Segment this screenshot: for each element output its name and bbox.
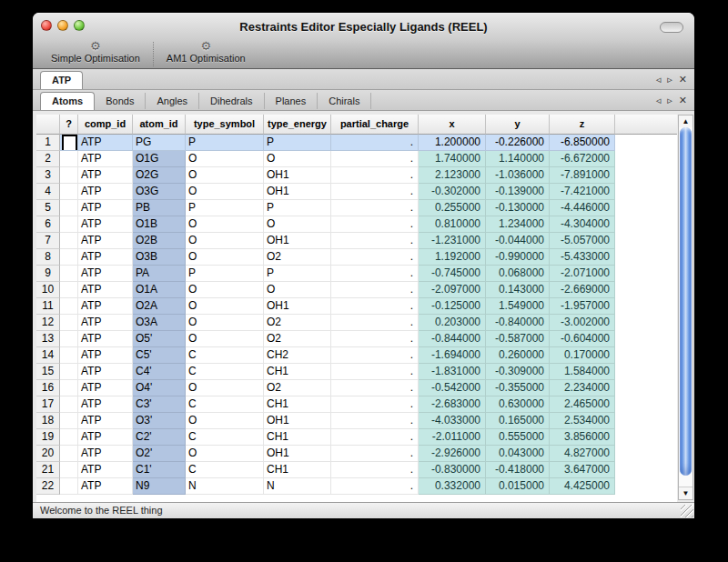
cell-y[interactable]: -0.587000 (486, 331, 550, 347)
cell-q[interactable] (60, 233, 78, 249)
cell-q[interactable] (60, 249, 78, 266)
cell-x[interactable]: -2.683000 (419, 396, 486, 413)
cell-typeqsymbol[interactable]: O (186, 216, 264, 233)
cell-q[interactable] (60, 315, 78, 331)
row-number[interactable]: 22 (36, 478, 60, 495)
tab-angles[interactable]: Angles (146, 93, 199, 109)
scroll-down-icon[interactable]: ▼ (679, 487, 693, 499)
cell-partialqcharge[interactable]: . (331, 216, 419, 233)
cell-x[interactable]: -1.231000 (419, 233, 486, 249)
scrollbar-thumb[interactable] (680, 127, 692, 476)
cell-q[interactable] (60, 429, 78, 446)
cell-atomqid[interactable]: O3G (133, 184, 186, 200)
cell-partialqcharge[interactable]: . (331, 380, 419, 396)
cell-partialqcharge[interactable]: . (331, 184, 419, 200)
column-header-q[interactable]: ? (60, 115, 78, 135)
cell-typeqenergy[interactable]: O (264, 151, 331, 167)
cell-q[interactable] (60, 266, 78, 282)
toolbar-button-simple-optimisation[interactable]: ⚙ Simple Optimisation (40, 40, 151, 68)
cell-z[interactable]: -1.957000 (550, 298, 615, 315)
cell-typeqenergy[interactable]: OH1 (264, 167, 331, 184)
cell-y[interactable]: 0.555000 (486, 429, 550, 446)
cell-z[interactable]: -7.421000 (550, 184, 615, 200)
cell-partialqcharge[interactable]: . (331, 266, 419, 282)
cell-typeqenergy[interactable]: OH1 (264, 298, 331, 315)
cell-x[interactable]: -4.033000 (419, 413, 486, 429)
cell-y[interactable]: -0.044000 (486, 233, 550, 249)
focused-cell-editor[interactable] (62, 135, 77, 151)
cell-typeqsymbol[interactable]: O (186, 380, 264, 396)
cell-atomqid[interactable]: N9 (133, 478, 186, 495)
cell-typeqsymbol[interactable]: O (186, 151, 264, 167)
cell-compqid[interactable]: ATP (78, 380, 133, 396)
cell-compqid[interactable]: ATP (78, 478, 133, 495)
cell-y[interactable]: -0.309000 (486, 364, 550, 380)
row-number[interactable]: 9 (36, 266, 60, 282)
column-header-x[interactable]: x (419, 115, 486, 135)
tab-atp[interactable]: ATP (40, 71, 83, 89)
cell-x[interactable]: -0.745000 (419, 266, 486, 282)
prev-tab-icon[interactable]: ◃ (656, 95, 662, 106)
cell-compqid[interactable]: ATP (78, 266, 133, 282)
cell-atomqid[interactable]: O1G (133, 151, 186, 167)
cell-z[interactable]: -3.002000 (550, 315, 615, 331)
cell-partialqcharge[interactable]: . (331, 396, 419, 413)
resize-grip-icon[interactable] (681, 505, 693, 517)
tab-planes[interactable]: Planes (265, 93, 318, 109)
cell-typeqsymbol[interactable]: C (186, 347, 264, 364)
cell-y[interactable]: 0.143000 (486, 282, 550, 298)
cell-q[interactable] (60, 184, 78, 200)
cell-typeqenergy[interactable]: CH1 (264, 364, 331, 380)
cell-typeqsymbol[interactable]: O (186, 282, 264, 298)
cell-atomqid[interactable]: C2' (133, 429, 186, 446)
cell-z[interactable]: 2.234000 (550, 380, 615, 396)
cell-x[interactable]: -0.302000 (419, 184, 486, 200)
cell-z[interactable]: 4.827000 (550, 446, 615, 462)
cell-typeqsymbol[interactable]: O (186, 249, 264, 266)
cell-x[interactable]: -2.097000 (419, 282, 486, 298)
cell-compqid[interactable]: ATP (78, 364, 133, 380)
cell-x[interactable]: 0.810000 (419, 216, 486, 233)
column-header-atomqid[interactable]: atom_id (133, 115, 186, 135)
title-bar[interactable]: Restraints Editor Especially Ligands (RE… (33, 13, 694, 40)
cell-partialqcharge[interactable]: . (331, 249, 419, 266)
cell-y[interactable]: -0.139000 (486, 184, 550, 200)
row-number[interactable]: 1 (36, 135, 60, 151)
row-number[interactable]: 15 (36, 364, 60, 380)
cell-typeqsymbol[interactable]: O (186, 315, 264, 331)
cell-compqid[interactable]: ATP (78, 200, 133, 216)
cell-typeqenergy[interactable]: OH1 (264, 446, 331, 462)
cell-x[interactable]: 0.255000 (419, 200, 486, 216)
tab-atoms[interactable]: Atoms (40, 92, 95, 110)
cell-q[interactable] (60, 462, 78, 478)
cell-typeqenergy[interactable]: N (264, 478, 331, 495)
cell-z[interactable]: 1.584000 (550, 364, 615, 380)
column-header-partialqcharge[interactable]: partial_charge (331, 115, 419, 135)
cell-partialqcharge[interactable]: . (331, 200, 419, 216)
cell-typeqenergy[interactable]: CH1 (264, 429, 331, 446)
cell-y[interactable]: -0.226000 (486, 135, 550, 151)
cell-y[interactable]: 1.234000 (486, 216, 550, 233)
cell-partialqcharge[interactable]: . (331, 478, 419, 495)
row-number[interactable]: 20 (36, 446, 60, 462)
cell-partialqcharge[interactable]: . (331, 167, 419, 184)
tab-bonds[interactable]: Bonds (95, 93, 146, 109)
cell-typeqsymbol[interactable]: C (186, 396, 264, 413)
row-number[interactable]: 4 (36, 184, 60, 200)
cell-atomqid[interactable]: O5' (133, 331, 186, 347)
cell-typeqenergy[interactable]: OH1 (264, 233, 331, 249)
cell-y[interactable]: -0.990000 (486, 249, 550, 266)
cell-z[interactable]: -2.669000 (550, 282, 615, 298)
cell-x[interactable]: 2.123000 (419, 167, 486, 184)
cell-compqid[interactable]: ATP (78, 233, 133, 249)
cell-z[interactable]: -6.850000 (550, 135, 615, 151)
cell-x[interactable]: -0.844000 (419, 331, 486, 347)
cell-y[interactable]: 0.015000 (486, 478, 550, 495)
cell-x[interactable]: -1.831000 (419, 364, 486, 380)
cell-compqid[interactable]: ATP (78, 184, 133, 200)
cell-typeqsymbol[interactable]: P (186, 266, 264, 282)
cell-q[interactable] (60, 446, 78, 462)
cell-q[interactable] (60, 282, 78, 298)
cell-partialqcharge[interactable]: . (331, 462, 419, 478)
cell-compqid[interactable]: ATP (78, 446, 133, 462)
